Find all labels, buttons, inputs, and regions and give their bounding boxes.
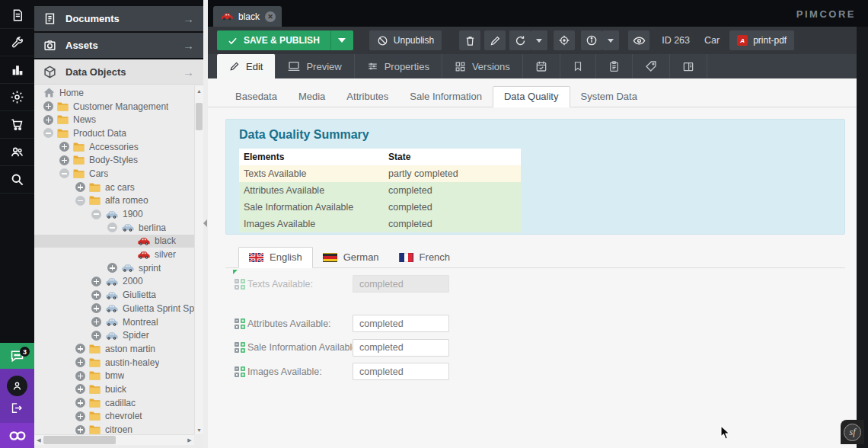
save-publish-button[interactable]: SAVE & PUBLISH: [217, 30, 330, 50]
symfony-debug-toolbar-button[interactable]: sf: [841, 420, 864, 444]
tree-item[interactable]: Body-Styles: [34, 153, 194, 167]
tree-item[interactable]: Gulietta Sprint Specia: [34, 302, 194, 315]
content-tab[interactable]: Sale Information: [399, 87, 493, 107]
editor-icon-tab[interactable]: [596, 54, 633, 78]
tree-item[interactable]: Giulietta: [34, 288, 194, 302]
tree-item[interactable]: austin-healey: [34, 356, 194, 370]
tree-expander-icon[interactable]: [59, 155, 69, 165]
rail-menu-button[interactable]: [0, 166, 34, 194]
scrollbar-thumb[interactable]: [196, 103, 203, 130]
field-value-input[interactable]: completed: [353, 315, 449, 332]
scroll-down-arrow[interactable]: ▼: [195, 425, 203, 434]
reload-button[interactable]: [509, 30, 531, 50]
user-avatar[interactable]: [7, 376, 27, 396]
content-tab[interactable]: Media: [288, 87, 336, 107]
rail-menu-button[interactable]: [0, 29, 34, 56]
tree-expander-icon[interactable]: [75, 357, 85, 367]
content-tab[interactable]: System Data: [570, 87, 648, 107]
rail-menu-button[interactable]: [0, 111, 34, 139]
content-tab[interactable]: Attributes: [336, 87, 399, 107]
scrollbar-thumb[interactable]: [43, 436, 116, 444]
rail-menu-button[interactable]: [0, 84, 34, 111]
editor-tab[interactable]: Properties: [355, 54, 442, 78]
panel-header-assets[interactable]: Assets →: [34, 33, 203, 58]
close-tab-icon[interactable]: ✕: [265, 11, 276, 22]
tree-item[interactable]: ac cars: [34, 181, 194, 194]
scroll-left-arrow[interactable]: ◀: [34, 435, 43, 445]
tree-expander-icon[interactable]: [43, 115, 53, 125]
tree-item[interactable]: 1900: [34, 207, 194, 221]
tree-expander-icon[interactable]: [75, 411, 85, 421]
tree-item[interactable]: berlina: [34, 221, 194, 235]
delete-button[interactable]: [459, 30, 480, 50]
tree-item[interactable]: citroen: [34, 423, 194, 434]
tree-expander-icon[interactable]: [91, 277, 101, 286]
tree-item[interactable]: buick: [34, 382, 194, 396]
logout-button[interactable]: [10, 402, 23, 418]
tree-expander-icon[interactable]: [91, 210, 101, 219]
rail-menu-button[interactable]: [0, 2, 34, 29]
save-options-caret[interactable]: [330, 30, 353, 50]
tree-expander-icon[interactable]: [75, 182, 85, 192]
tree-expander-icon[interactable]: [43, 128, 53, 138]
rail-menu-button[interactable]: [0, 56, 34, 84]
tree-expander-icon[interactable]: [75, 398, 85, 408]
field-value-input[interactable]: completed: [353, 275, 449, 293]
tree-expander-icon[interactable]: [59, 168, 69, 178]
chat-button[interactable]: 3: [0, 343, 34, 369]
locate-in-tree-button[interactable]: [554, 30, 575, 50]
tree-expander-icon[interactable]: [107, 263, 117, 273]
tree-expander-icon[interactable]: [75, 344, 85, 354]
editor-tab[interactable]: Preview: [276, 54, 354, 78]
expand-arrow-icon[interactable]: →: [183, 12, 194, 25]
field-value-input[interactable]: completed: [353, 363, 449, 380]
info-options-caret[interactable]: [602, 30, 619, 50]
content-tab[interactable]: Data Quality: [493, 86, 570, 107]
open-object-tab[interactable]: black ✕: [213, 6, 282, 27]
tree-item[interactable]: Product Data: [34, 126, 194, 140]
tree-item[interactable]: bmw: [34, 369, 194, 382]
language-tab[interactable]: French: [389, 248, 460, 267]
tree-item[interactable]: Spider: [34, 328, 194, 342]
tree-expander-icon[interactable]: [91, 331, 101, 341]
rename-button[interactable]: [484, 30, 506, 50]
rail-menu-button[interactable]: [0, 139, 34, 166]
tree-expander-icon[interactable]: [75, 425, 85, 434]
tree-expander-icon[interactable]: [91, 290, 101, 300]
language-tab[interactable]: English: [238, 247, 313, 268]
field-value-input[interactable]: completed: [353, 339, 449, 357]
tree-item[interactable]: black: [34, 235, 194, 248]
tree-item[interactable]: News: [34, 113, 194, 126]
tree-item[interactable]: Home: [34, 86, 194, 100]
tree-expander-icon[interactable]: [75, 371, 85, 381]
panel-splitter[interactable]: [203, 0, 208, 448]
expand-arrow-icon[interactable]: →: [183, 39, 194, 52]
tree-horizontal-scrollbar[interactable]: ◀ ▶: [34, 434, 194, 445]
tree-item[interactable]: Montreal: [34, 315, 194, 329]
scroll-right-arrow[interactable]: ▶: [185, 435, 194, 445]
tree-item[interactable]: Customer Management: [34, 100, 194, 114]
tree-item[interactable]: cadillac: [34, 396, 194, 410]
tree-expander-icon[interactable]: [91, 317, 101, 327]
editor-icon-tab[interactable]: [523, 54, 560, 78]
pimcore-logo[interactable]: [0, 423, 34, 448]
editor-tab[interactable]: Versions: [442, 54, 523, 78]
tree-expander-icon[interactable]: [75, 384, 85, 394]
expand-arrow-icon[interactable]: →: [183, 66, 194, 78]
content-tab[interactable]: Basedata: [225, 87, 288, 107]
tree-expander-icon[interactable]: [107, 222, 117, 232]
save-publish-split-button[interactable]: SAVE & PUBLISH: [217, 30, 353, 50]
tree-item[interactable]: 2000: [34, 275, 194, 289]
tree-item[interactable]: Cars: [34, 167, 194, 181]
tree-item[interactable]: aston martin: [34, 342, 194, 356]
editor-icon-tab[interactable]: [560, 54, 596, 78]
collapse-handle-icon[interactable]: [203, 219, 207, 227]
unpublish-button[interactable]: Unpublish: [369, 30, 442, 50]
tree-item[interactable]: chevrolet: [34, 410, 194, 424]
print-pdf-button[interactable]: A print-pdf: [729, 30, 794, 50]
panel-header-data-objects[interactable]: Data Objects →: [34, 59, 203, 85]
panel-header-documents[interactable]: Documents →: [34, 6, 203, 31]
tree-item[interactable]: Accessories: [34, 140, 194, 154]
editor-icon-tab[interactable]: [633, 54, 670, 78]
tree-expander-icon[interactable]: [75, 196, 85, 206]
